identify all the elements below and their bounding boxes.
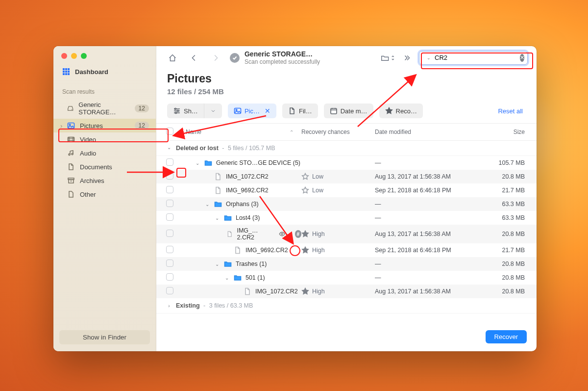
row-checkbox[interactable]	[166, 287, 173, 294]
row-size: 21.7 MB	[473, 187, 527, 194]
close-icon[interactable]: ✕	[265, 107, 270, 115]
filter-type-pictures[interactable]: Pic… ✕	[228, 104, 276, 118]
filter-date-modified[interactable]: Date m…	[324, 104, 373, 118]
file-icon	[226, 230, 233, 238]
folder-icon	[204, 159, 212, 167]
column-date[interactable]: Date modified	[375, 129, 473, 135]
filter-filesize[interactable]: Fil…	[282, 104, 318, 118]
app-window: Dashboard Scan results Generic STORAGE… …	[53, 46, 537, 351]
row-size: 20.8 MB	[473, 231, 527, 237]
reset-all-button[interactable]: Reset all	[495, 104, 526, 118]
row-checkbox[interactable]	[166, 213, 173, 221]
disclosure-icon[interactable]: ⌄	[214, 215, 220, 221]
search-scope-chevron-icon[interactable]: ⌄	[427, 55, 431, 60]
table-row[interactable]: IMG_1072.CR2LowAug 13, 2017 at 1:56:38 A…	[156, 170, 537, 183]
svg-rect-3	[63, 71, 65, 73]
close-button[interactable]	[61, 53, 67, 59]
table-row[interactable]: IMG_9692.CR2HighSep 21, 2018 at 6:46:18 …	[156, 243, 537, 257]
column-size[interactable]: Size	[473, 129, 527, 135]
table-row[interactable]: ⌄Generic STO…GE DEVICE (5)—105.7 MB	[156, 156, 537, 170]
row-date: —	[375, 201, 473, 208]
row-name: IMG_9692.CR2	[226, 187, 269, 194]
table-row[interactable]: ⌄Trashes (1)—20.8 MB	[156, 257, 537, 271]
sort-arrows-icon	[391, 54, 395, 61]
group-existing[interactable]: Existing - 3 files / 63.3 MB	[156, 298, 537, 313]
sort-ascending-icon[interactable]: ⌃	[290, 130, 294, 135]
filter-show[interactable]: Sh…	[167, 104, 222, 118]
select-all-checkbox[interactable]	[166, 128, 173, 135]
hash-icon[interactable]: #	[295, 230, 301, 238]
show-in-finder-button[interactable]: Show in Finder	[59, 330, 150, 344]
table-row[interactable]: IMG_9692.CR2LowSep 21, 2018 at 6:46:18 P…	[156, 183, 537, 197]
search-field[interactable]: ⌄ ✕	[419, 51, 528, 65]
sidebar-count-pictures: 12	[135, 122, 149, 130]
row-recovery: High	[312, 247, 325, 254]
svg-rect-0	[63, 68, 65, 70]
grid-icon	[62, 68, 70, 76]
scan-results-title: Scan results	[53, 79, 156, 98]
more-button[interactable]	[402, 51, 412, 65]
sidebar-item-storage[interactable]: Generic STORAGE… 12	[53, 98, 156, 119]
row-checkbox[interactable]	[166, 230, 173, 237]
row-checkbox[interactable]	[166, 273, 173, 281]
group-label: Deleted or lost	[176, 145, 219, 152]
filter-type-label: Pic…	[245, 107, 260, 115]
table-row[interactable]: ⌄Orphans (3)—63.3 MB	[156, 197, 537, 211]
row-checkbox[interactable]	[166, 200, 173, 207]
fullscreen-button[interactable]	[81, 53, 87, 59]
recover-button[interactable]: Recover	[486, 330, 527, 343]
disclosure-icon[interactable]	[165, 302, 173, 310]
sidebar-item-video[interactable]: Video	[53, 132, 156, 146]
folder-icon	[224, 214, 232, 222]
star-icon	[301, 186, 309, 194]
sidebar-item-archives[interactable]: Archives	[53, 174, 156, 187]
disclosure-icon[interactable]: ⌄	[204, 202, 210, 207]
sidebar-item-audio[interactable]: Audio	[53, 146, 156, 160]
group-deleted-meta: 5 files / 105.7 MB	[228, 145, 275, 152]
star-icon	[385, 107, 393, 115]
clear-search-button[interactable]: ✕	[520, 54, 524, 62]
search-input[interactable]	[435, 54, 517, 61]
disclosure-icon[interactable]: ⌄	[195, 160, 200, 166]
table-row[interactable]: ⌄501 (1)—20.8 MB	[156, 271, 537, 285]
row-checkbox[interactable]	[166, 158, 173, 166]
svg-rect-1	[65, 68, 67, 70]
minimize-button[interactable]	[71, 53, 77, 59]
footer-bar: Recover	[156, 324, 537, 351]
table-row[interactable]: IMG_1072.CR2HighAug 13, 2017 at 1:56:38 …	[156, 285, 537, 298]
back-button[interactable]	[187, 51, 201, 65]
group-deleted-or-lost[interactable]: Deleted or lost - 5 files / 105.7 MB	[156, 141, 537, 156]
audio-icon	[67, 149, 75, 157]
filter-recovery-chances[interactable]: Reco…	[379, 104, 423, 118]
sidebar-item-other[interactable]: Other	[53, 187, 156, 201]
sidebar-item-dashboard[interactable]: Dashboard	[53, 64, 156, 79]
row-checkbox[interactable]	[166, 172, 173, 180]
disclosure-icon[interactable]: ⌄	[214, 261, 220, 267]
row-checkbox[interactable]	[166, 246, 173, 253]
table-row[interactable]: IMG_…2.CR2 #HighAug 13, 2017 at 1:56:38 …	[156, 225, 537, 243]
column-recovery[interactable]: Recovery chances	[301, 129, 375, 135]
disclosure-icon[interactable]: ⌄	[224, 275, 230, 281]
sidebar-count-storage: 12	[135, 104, 149, 112]
row-size: 63.3 MB	[473, 201, 527, 208]
folder-icon	[234, 274, 242, 282]
disclosure-icon[interactable]	[165, 144, 173, 152]
eye-icon[interactable]	[279, 230, 285, 238]
filter-recovery-label: Reco…	[396, 107, 417, 115]
row-date: —	[375, 159, 473, 166]
row-size: 21.7 MB	[473, 247, 527, 254]
filter-show-dropdown[interactable]	[204, 104, 222, 118]
home-button[interactable]	[165, 51, 180, 65]
forward-button[interactable]	[208, 51, 223, 65]
row-checkbox[interactable]	[166, 260, 173, 267]
sliders-icon	[173, 107, 181, 115]
svg-point-11	[69, 124, 71, 126]
table-row[interactable]: ⌄Lost4 (3)—63.3 MB	[156, 211, 537, 225]
row-checkbox[interactable]	[166, 186, 173, 193]
column-name[interactable]: Name	[186, 129, 201, 135]
file-icon	[67, 190, 75, 198]
sidebar-item-documents[interactable]: Documents	[53, 160, 156, 174]
sidebar-item-pictures[interactable]: Pictures 12	[53, 119, 156, 132]
sidebar-label-video: Video	[80, 136, 96, 143]
folder-dropdown-button[interactable]	[381, 51, 395, 65]
